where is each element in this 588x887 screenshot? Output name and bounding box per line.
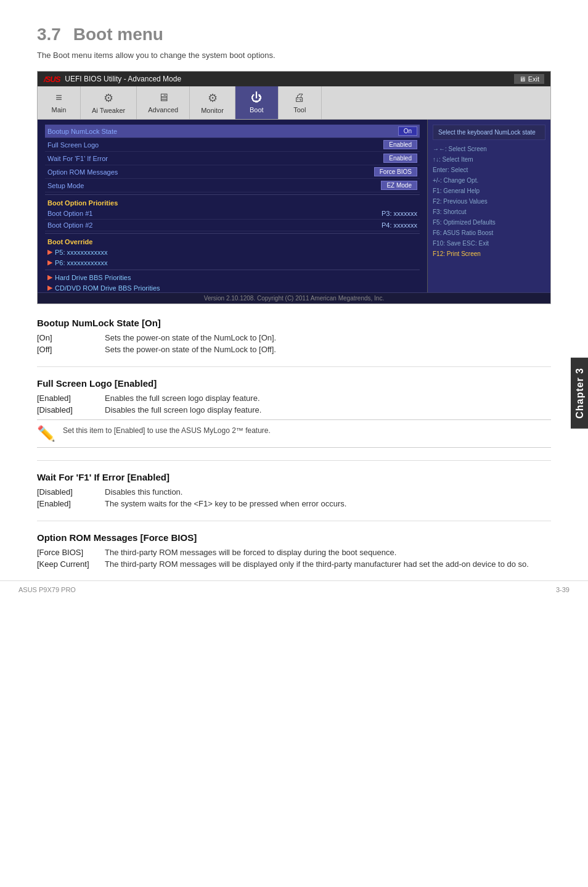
- key-select-item: ↑↓: Select Item: [433, 154, 545, 165]
- bios-titlebar: /SUS UEFI BIOS Utility - Advanced Mode 🖥…: [38, 72, 550, 86]
- section-title: Boot menu: [73, 25, 163, 44]
- subsection-waitf1: Wait For 'F1' If Error [Enabled] [Disabl…: [37, 472, 551, 508]
- bios-hint-box: Select the keyboard NumLock state: [433, 125, 545, 140]
- nav-item-ai-tweaker[interactable]: ⚙ Ai Tweaker: [81, 86, 137, 119]
- waitf1-option-enabled: [Enabled] The system waits for the <F1> …: [37, 499, 551, 508]
- key-f3: F3: Shortcut: [433, 207, 545, 217]
- waitf1-value: Enabled: [383, 154, 417, 163]
- intro-text: The Boot menu items allow you to change …: [37, 51, 551, 60]
- boot-icon: ⏻: [251, 91, 262, 104]
- boot2-label: Boot Option #2: [47, 221, 92, 229]
- optionrom-key-forcebios: [Force BIOS]: [37, 548, 105, 557]
- key-f2: F2: Previous Values: [433, 196, 545, 207]
- asus-logo: /SUS: [44, 75, 60, 84]
- key-f1: F1: General Help: [433, 186, 545, 196]
- numlock-key-off: [Off]: [37, 345, 105, 354]
- bios-version-text: Version 2.10.1208. Copyright (C) 2011 Am…: [204, 295, 384, 302]
- subsection-fullscreen: Full Screen Logo [Enabled] [Enabled] Ena…: [37, 378, 551, 448]
- numlock-desc-off: Sets the power-on state of the NumLock t…: [105, 345, 551, 354]
- bios-row-numlock[interactable]: Bootup NumLock State On: [45, 125, 420, 138]
- monitor-nav-icon: ⚙: [208, 91, 218, 105]
- bios-ui-box: /SUS UEFI BIOS Utility - Advanced Mode 🖥…: [37, 71, 551, 304]
- nav-item-advanced[interactable]: 🖥 Advanced: [137, 86, 190, 119]
- optionrom-desc-forcebios: The third-party ROM messages will be for…: [105, 548, 551, 557]
- monitor-icon: 🖥: [519, 75, 526, 83]
- nav-label-monitor: Monitor: [201, 107, 224, 114]
- arrow-icon-p6: ▶: [47, 258, 52, 266]
- key-f5: F5: Optimized Defaults: [433, 217, 545, 228]
- nav-label-boot: Boot: [250, 106, 264, 113]
- nav-item-boot[interactable]: ⏻ Boot: [235, 86, 279, 119]
- page-footer: ASUS P9X79 PRO 3-39: [0, 580, 588, 593]
- bios-cddvd-priorities[interactable]: ▶ CD/DVD ROM Drive BBS Priorities: [45, 283, 420, 292]
- optionrom-option-forcebios: [Force BIOS] The third-party ROM message…: [37, 548, 551, 557]
- optionrom-value: Force BIOS: [374, 167, 417, 176]
- bios-titlebar-left: /SUS UEFI BIOS Utility - Advanced Mode: [44, 75, 181, 84]
- nav-item-main[interactable]: ≡ Main: [38, 86, 81, 119]
- nav-label-tool: Tool: [293, 106, 306, 113]
- numlock-label: Bootup NumLock State: [47, 128, 117, 135]
- numlock-option-on: [On] Sets the power-on state of the NumL…: [37, 333, 551, 342]
- waitf1-desc-disabled: Disables this function.: [105, 487, 551, 497]
- nav-label-ai-tweaker: Ai Tweaker: [92, 107, 125, 114]
- key-change-opt: +/-: Change Opt.: [433, 175, 545, 186]
- fullscreen-option-enabled: [Enabled] Enables the full screen logo d…: [37, 394, 551, 403]
- bios-hdd-priorities[interactable]: ▶ Hard Drive BBS Priorities: [45, 272, 420, 283]
- subsection-optionrom: Option ROM Messages [Force BIOS] [Force …: [37, 532, 551, 569]
- key-f12: F12: Print Screen: [433, 249, 545, 259]
- bios-exit-button[interactable]: 🖥 Exit: [514, 74, 544, 84]
- nav-item-tool[interactable]: 🖨 Tool: [279, 86, 322, 119]
- optionrom-key-keepcurrent: [Keep Current]: [37, 559, 105, 569]
- optionrom-desc-keepcurrent: The third-party ROM messages will be dis…: [105, 559, 551, 569]
- arrow-icon-cddvd: ▶: [47, 284, 52, 292]
- subsection-waitf1-title: Wait For 'F1' If Error [Enabled]: [37, 472, 551, 482]
- bios-row-boot1[interactable]: Boot Option #1 P3: xxxxxxx: [45, 208, 420, 220]
- bios-override-p6[interactable]: ▶ P6: xxxxxxxxxxxx: [45, 257, 420, 268]
- nav-label-main: Main: [52, 106, 67, 113]
- bios-keys: →←: Select Screen ↑↓: Select Item Enter:…: [433, 144, 545, 259]
- boot2-value: P4: xxxxxxx: [382, 221, 417, 229]
- bios-row-waitf1[interactable]: Wait For 'F1' If Error Enabled: [45, 152, 420, 165]
- arrow-icon-hdd: ▶: [47, 273, 52, 281]
- key-select-screen: →←: Select Screen: [433, 144, 545, 154]
- waitf1-option-disabled: [Disabled] Disables this function.: [37, 487, 551, 497]
- divider-3: [37, 521, 551, 521]
- waitf1-options: [Disabled] Disables this function. [Enab…: [37, 487, 551, 508]
- bios-row-optionrom[interactable]: Option ROM Messages Force BIOS: [45, 165, 420, 179]
- fullscreen-label: Full Screen Logo: [47, 141, 99, 149]
- bios-override-p5[interactable]: ▶ P5: xxxxxxxxxxxx: [45, 247, 420, 257]
- cddvd-priorities-label: CD/DVD ROM Drive BBS Priorities: [55, 284, 160, 292]
- key-f10: F10: Save ESC: Exit: [433, 238, 545, 249]
- bios-main-panel: Bootup NumLock State On Full Screen Logo…: [38, 120, 427, 292]
- chapter-label: Chapter 3: [574, 368, 585, 419]
- arrow-icon-p5: ▶: [47, 248, 52, 256]
- note-pencil-icon: ✏️: [37, 425, 55, 442]
- override-p5-label: P5: xxxxxxxxxxxx: [55, 249, 108, 256]
- numlock-option-off: [Off] Sets the power-on state of the Num…: [37, 345, 551, 354]
- footer-left: ASUS P9X79 PRO: [18, 586, 76, 593]
- fullscreen-option-disabled: [Disabled] Disables the full screen logo…: [37, 405, 551, 415]
- bios-row-fullscreen[interactable]: Full Screen Logo Enabled: [45, 138, 420, 152]
- optionrom-options: [Force BIOS] The third-party ROM message…: [37, 548, 551, 569]
- bios-footer: Version 2.10.1208. Copyright (C) 2011 Am…: [38, 292, 550, 303]
- waitf1-label: Wait For 'F1' If Error: [47, 155, 108, 162]
- setupmode-label: Setup Mode: [47, 182, 84, 189]
- subsection-numlock-title: Bootup NumLock State [On]: [37, 318, 551, 328]
- nav-item-monitor[interactable]: ⚙ Monitor: [190, 86, 235, 119]
- bios-row-boot2[interactable]: Boot Option #2 P4: xxxxxxx: [45, 220, 420, 231]
- exit-label: Exit: [528, 75, 539, 83]
- fullscreen-key-disabled: [Disabled]: [37, 405, 105, 415]
- bios-content: Bootup NumLock State On Full Screen Logo…: [38, 120, 550, 292]
- nav-label-advanced: Advanced: [148, 106, 178, 113]
- fullscreen-desc-disabled: Disables the full screen logo display fe…: [105, 405, 551, 415]
- subsection-fullscreen-title: Full Screen Logo [Enabled]: [37, 378, 551, 389]
- section-heading: 3.7 Boot menu: [37, 25, 551, 44]
- numlock-value: On: [398, 126, 417, 136]
- boot1-label: Boot Option #1: [47, 210, 92, 217]
- hdd-priorities-label: Hard Drive BBS Priorities: [55, 274, 131, 281]
- key-enter: Enter: Select: [433, 165, 545, 175]
- bios-row-setupmode[interactable]: Setup Mode EZ Mode: [45, 179, 420, 192]
- footer-right: 3-39: [556, 586, 570, 593]
- advanced-icon: 🖥: [158, 91, 169, 104]
- bios-right-panel: Select the keyboard NumLock state →←: Se…: [427, 120, 550, 292]
